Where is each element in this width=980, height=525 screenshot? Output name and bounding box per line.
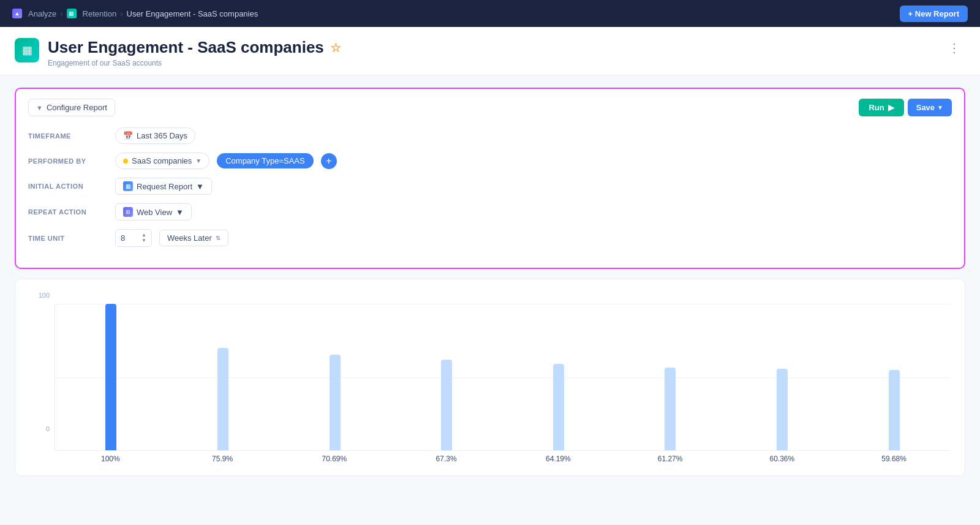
chart-panel: 100 0 <box>15 279 965 476</box>
save-caret-icon: ▼ <box>937 104 943 111</box>
configure-panel: ▼ Configure Report Run ▶ Save ▼ TIMEFRAM… <box>15 88 965 269</box>
configure-caret-icon: ▼ <box>36 104 43 111</box>
repeat-action-label: REPEAT ACTION <box>28 208 108 216</box>
initial-action-caret-icon: ▼ <box>196 182 204 191</box>
performed-by-label: PERFORMED BY <box>28 157 108 165</box>
page-title-area: User Engagement - SaaS companies ☆ Engag… <box>48 38 341 67</box>
save-button[interactable]: Save ▼ <box>908 99 952 116</box>
configure-header: ▼ Configure Report Run ▶ Save ▼ <box>28 99 952 116</box>
analyze-icon: ▲ <box>12 9 22 18</box>
run-label: Run <box>869 103 884 112</box>
bar-4 <box>553 364 564 450</box>
weeks-later-value: Weeks Later <box>167 233 212 243</box>
y-label-0: 0 <box>30 425 55 432</box>
breadcrumb-sep-1: › <box>60 9 62 18</box>
new-report-label: + New Report <box>908 9 959 18</box>
breadcrumb-analyze[interactable]: Analyze <box>28 9 56 18</box>
bar-pair-6 <box>726 304 839 450</box>
page-header-left: ▦ User Engagement - SaaS companies ☆ Eng… <box>15 38 341 67</box>
page-subtitle: Engagement of our SaaS accounts <box>48 59 341 67</box>
y-axis: 100 0 <box>30 292 55 451</box>
breadcrumb-retention[interactable]: Retention <box>83 9 117 18</box>
company-type-tag: Company Type=SAAS <box>217 153 313 168</box>
weeks-caret-icon: ⇅ <box>216 235 221 241</box>
bar-7 <box>889 370 900 450</box>
down-arrow-icon: ▼ <box>141 238 146 243</box>
bar-0 <box>105 304 116 450</box>
timeframe-value: Last 365 Days <box>137 131 187 140</box>
timeframe-picker[interactable]: 📅 Last 365 Days <box>115 127 195 144</box>
y-label-100: 100 <box>30 292 55 299</box>
x-label-7: 59.68% <box>838 455 950 463</box>
time-unit-value: 8 <box>121 233 125 243</box>
run-button[interactable]: Run ▶ <box>859 99 903 116</box>
page-title-text: User Engagement - SaaS companies <box>48 38 324 57</box>
bar-group-2 <box>279 304 391 450</box>
time-unit-row: TIME UNIT 8 ▲ ▼ Weeks Later ⇅ <box>28 229 952 247</box>
timeframe-row: TIMEFRAME 📅 Last 365 Days <box>28 127 952 144</box>
bar-pair-3 <box>391 304 503 450</box>
x-label-1: 75.9% <box>167 455 279 463</box>
bar-group-5 <box>614 304 726 450</box>
x-labels: 100% 75.9% 70.69% 67.3% 64.19% 61.27% 60… <box>30 455 950 463</box>
run-play-icon: ▶ <box>888 103 894 112</box>
bar-2 <box>330 355 341 450</box>
main-content: ▼ Configure Report Run ▶ Save ▼ TIMEFRAM… <box>0 75 980 524</box>
up-arrow-icon: ▲ <box>141 233 146 238</box>
report-icon: ▦ <box>15 38 39 62</box>
retention-icon: ▦ <box>67 9 77 18</box>
x-label-0: 100% <box>55 455 167 463</box>
save-label: Save <box>916 103 935 112</box>
repeat-action-value: Web View <box>137 208 172 217</box>
chart-area: 100 0 <box>30 292 950 451</box>
initial-action-row: INITIAL ACTION ▦ Request Report ▼ <box>28 178 952 195</box>
new-report-button[interactable]: + New Report <box>900 6 968 22</box>
breadcrumb-sep-2: › <box>120 9 123 18</box>
bar-group-6 <box>726 304 839 450</box>
bar-5 <box>665 368 676 450</box>
bars-container <box>55 304 950 451</box>
initial-action-label: INITIAL ACTION <box>28 183 108 190</box>
initial-action-picker[interactable]: ▦ Request Report ▼ <box>115 178 212 195</box>
configure-report-label: Configure Report <box>47 103 107 112</box>
bar-group-7 <box>838 304 950 450</box>
page-header: ▦ User Engagement - SaaS companies ☆ Eng… <box>0 27 980 75</box>
performed-by-caret-icon: ▼ <box>195 157 202 164</box>
weeks-later-picker[interactable]: Weeks Later ⇅ <box>159 230 228 246</box>
repeat-action-row: REPEAT ACTION ⊞ Web View ▼ <box>28 203 952 221</box>
bar-pair-2 <box>279 304 391 450</box>
dot-yellow-icon <box>123 159 128 164</box>
repeat-action-caret-icon: ▼ <box>176 208 184 217</box>
more-options-button[interactable]: ⋮ <box>943 38 965 58</box>
bar-1 <box>217 348 228 450</box>
bar-pair-0 <box>55 304 167 450</box>
web-icon: ⊞ <box>123 207 133 217</box>
bar-6 <box>777 369 788 450</box>
bar-pair-1 <box>167 304 279 450</box>
time-unit-label: TIME UNIT <box>28 235 108 242</box>
configure-report-button[interactable]: ▼ Configure Report <box>28 99 115 116</box>
bar-group-1 <box>167 304 279 450</box>
chart-icon: ▦ <box>123 181 133 191</box>
bar-pair-5 <box>614 304 726 450</box>
x-label-5: 61.27% <box>614 455 726 463</box>
bar-3 <box>441 360 452 450</box>
star-icon[interactable]: ☆ <box>330 40 341 55</box>
breadcrumb-current: User Engagement - SaaS companies <box>127 9 258 18</box>
performed-by-row: PERFORMED BY SaaS companies ▼ Company Ty… <box>28 153 952 169</box>
page-title: User Engagement - SaaS companies ☆ <box>48 38 341 57</box>
time-unit-input[interactable]: 8 ▲ ▼ <box>115 229 152 247</box>
timeframe-label: TIMEFRAME <box>28 132 108 140</box>
repeat-action-picker[interactable]: ⊞ Web View ▼ <box>115 203 192 221</box>
performed-by-filter-label: SaaS companies <box>132 156 192 165</box>
x-label-2: 70.69% <box>279 455 391 463</box>
bar-pair-7 <box>838 304 950 450</box>
time-unit-arrows: ▲ ▼ <box>141 233 146 243</box>
add-filter-button[interactable]: + <box>321 153 337 169</box>
performed-by-filter[interactable]: SaaS companies ▼ <box>115 153 209 169</box>
bar-pair-4 <box>503 304 615 450</box>
x-label-4: 64.19% <box>502 455 614 463</box>
run-save-group: Run ▶ Save ▼ <box>859 99 952 116</box>
bar-group-0 <box>55 304 167 450</box>
initial-action-value: Request Report <box>137 182 192 191</box>
